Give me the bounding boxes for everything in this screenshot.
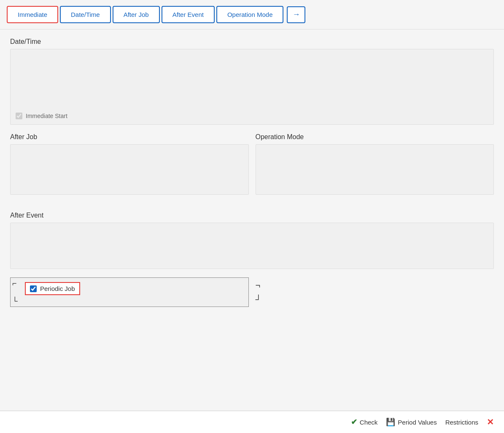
check-action[interactable]: ✔ Check <box>351 417 378 427</box>
tab-bar: Immediate Date/Time After Job After Even… <box>0 0 504 30</box>
period-values-label: Period Values <box>398 419 437 426</box>
immediate-start-row: Immediate Start <box>16 113 488 119</box>
operation-mode-box <box>256 144 494 195</box>
periodic-job-checkbox-container: Periodic Job <box>25 282 80 295</box>
operation-mode-label: Operation Mode <box>256 133 494 141</box>
tab-arrow-button[interactable]: → <box>287 6 305 23</box>
restrictions-label: Restrictions <box>445 419 478 426</box>
after-event-label: After Event <box>10 212 494 219</box>
immediate-start-checkbox[interactable] <box>16 113 22 119</box>
operation-mode-col: Operation Mode <box>256 133 494 203</box>
periodic-job-checkbox[interactable] <box>30 285 37 292</box>
corner-top-left: ⌐ <box>12 280 17 287</box>
corner-bottom-right: ┘ <box>256 295 261 304</box>
check-label: Check <box>360 419 378 426</box>
after-event-box <box>10 223 494 269</box>
tab-immediate[interactable]: Immediate <box>7 6 58 23</box>
after-job-box <box>10 144 249 195</box>
tab-datetime[interactable]: Date/Time <box>60 6 111 23</box>
bottom-bar: ✔ Check 💾 Period Values Restrictions ✕ <box>0 411 504 433</box>
after-job-col: After Job <box>10 133 249 203</box>
periodic-left-area: ⌐ └ Periodic Job <box>10 277 249 307</box>
periodic-section: ⌐ └ Periodic Job ¬ ┘ <box>10 277 494 307</box>
datetime-box: Immediate Start <box>10 49 494 125</box>
after-job-operation-row: After Job Operation Mode <box>10 133 494 203</box>
immediate-start-label: Immediate Start <box>26 113 67 119</box>
save-icon: 💾 <box>386 417 395 427</box>
tab-after-event[interactable]: After Event <box>162 6 215 23</box>
periodic-outer-box: ⌐ └ Periodic Job <box>10 277 249 307</box>
close-icon[interactable]: ✕ <box>487 417 494 427</box>
check-icon: ✔ <box>351 417 357 427</box>
tab-after-job[interactable]: After Job <box>113 6 160 23</box>
tab-operation-mode[interactable]: Operation Mode <box>216 6 284 23</box>
periodic-job-label: Periodic Job <box>40 285 75 292</box>
restrictions-action[interactable]: Restrictions <box>445 419 478 426</box>
corner-bottom-left: └ <box>12 297 18 305</box>
datetime-section-label: Date/Time <box>10 38 494 46</box>
datetime-section: Date/Time Immediate Start <box>10 38 494 125</box>
corner-top-right: ¬ <box>256 281 261 289</box>
after-event-section: After Event <box>10 212 494 269</box>
after-job-label: After Job <box>10 133 249 141</box>
main-content: Date/Time Immediate Start After Job Oper… <box>0 30 504 315</box>
period-values-action[interactable]: 💾 Period Values <box>386 417 437 427</box>
periodic-right-area: ¬ ┘ <box>256 277 494 307</box>
